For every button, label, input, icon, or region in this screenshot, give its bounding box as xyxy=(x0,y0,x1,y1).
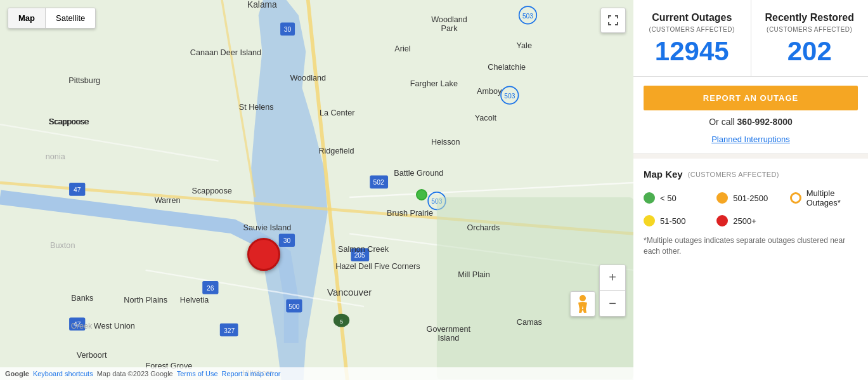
svg-text:Battle Ground: Battle Ground xyxy=(394,169,443,178)
map-toggle[interactable]: Map Satellite xyxy=(8,8,96,29)
svg-text:26: 26 xyxy=(207,285,214,292)
map-key-header: Map Key (CUSTOMERS AFFECTED) xyxy=(644,169,858,180)
report-map-error-link[interactable]: Report a map error xyxy=(222,370,281,377)
satellite-view-button[interactable]: Satellite xyxy=(46,8,95,28)
svg-text:Orchards: Orchards xyxy=(467,223,500,232)
svg-text:502: 502 xyxy=(373,179,384,186)
svg-text:Mill Plain: Mill Plain xyxy=(458,270,490,279)
key-ring-multiple xyxy=(790,192,801,204)
zoom-in-button[interactable]: + xyxy=(600,265,625,291)
svg-text:St Helens: St Helens xyxy=(239,103,274,112)
map-key-subtitle: (CUSTOMERS AFFECTED) xyxy=(688,171,779,178)
svg-text:nonia: nonia xyxy=(46,152,66,161)
svg-text:Amboy: Amboy xyxy=(477,87,502,96)
svg-text:503: 503 xyxy=(504,93,515,100)
report-section: REPORT AN OUTAGE Or call 360-992-8000 Pl… xyxy=(633,77,868,154)
keyboard-shortcuts-link[interactable]: Keyboard shortcuts xyxy=(33,370,93,377)
svg-text:Government: Government xyxy=(427,325,471,334)
svg-text:Yale: Yale xyxy=(517,41,532,50)
svg-text:Hazel Dell Five Corners: Hazel Dell Five Corners xyxy=(335,262,420,271)
google-logo: Google xyxy=(5,370,29,377)
svg-text:West Union: West Union xyxy=(94,322,135,331)
svg-text:Chelatchie: Chelatchie xyxy=(488,63,526,72)
svg-text:Island: Island xyxy=(437,334,459,343)
current-outages-title: Current Outages xyxy=(646,11,738,23)
report-outage-button[interactable]: REPORT AN OUTAGE xyxy=(644,86,858,110)
map-view-button[interactable]: Map xyxy=(8,8,45,28)
svg-point-77 xyxy=(580,295,586,301)
svg-text:47: 47 xyxy=(74,187,81,193)
planned-interruptions-link[interactable]: Planned Interruptions xyxy=(644,134,858,144)
svg-text:Warren: Warren xyxy=(155,196,181,205)
key-item-51-500: 51-500 xyxy=(644,215,711,226)
right-panel: Current Outages (CUSTOMERS AFFECTED) 129… xyxy=(633,0,868,380)
svg-text:30: 30 xyxy=(283,237,291,244)
svg-text:503: 503 xyxy=(522,13,533,20)
key-label-51-500: 51-500 xyxy=(660,216,685,226)
svg-text:500: 500 xyxy=(288,303,299,310)
svg-text:Salmon Creek: Salmon Creek xyxy=(338,245,389,254)
current-outages-subtitle: (CUSTOMERS AFFECTED) xyxy=(646,26,738,33)
terms-of-use-link[interactable]: Terms of Use xyxy=(177,370,218,377)
key-item-multiple: MultipleOutages* xyxy=(790,188,858,207)
key-item-501-2500: 501-2500 xyxy=(716,188,784,207)
svg-text:30: 30 xyxy=(284,26,292,33)
recently-restored-subtitle: (CUSTOMERS AFFECTED) xyxy=(764,26,856,33)
svg-text:Park: Park xyxy=(441,24,458,33)
svg-text:Fargher Lake: Fargher Lake xyxy=(410,79,458,88)
map-key-section: Map Key (CUSTOMERS AFFECTED) < 50 501-25… xyxy=(633,159,868,380)
svg-text:North Plains: North Plains xyxy=(124,296,167,305)
call-text: Or call 360-992-8000 xyxy=(644,117,858,127)
svg-text:Ariel: Ariel xyxy=(394,44,410,53)
svg-text:Buxton: Buxton xyxy=(50,241,75,250)
map-footer: Google Keyboard shortcuts Map data ©2023… xyxy=(0,367,633,380)
svg-text:Ridgefield: Ridgefield xyxy=(318,147,354,155)
svg-text:La Center: La Center xyxy=(320,108,354,117)
outage-marker-red[interactable] xyxy=(247,238,280,271)
map-section: 503 503 503 30 30 500 502 205 26 47 47 3… xyxy=(0,0,633,380)
key-dot-green xyxy=(644,192,655,204)
map-key-title: Map Key xyxy=(644,169,683,180)
svg-text:Verboort: Verboort xyxy=(77,351,107,360)
svg-text:Heisson: Heisson xyxy=(431,138,460,147)
stats-row: Current Outages (CUSTOMERS AFFECTED) 129… xyxy=(633,0,868,77)
svg-text:Sauvie Island: Sauvie Island xyxy=(243,223,292,232)
recently-restored-value: 202 xyxy=(764,38,856,65)
key-dot-orange xyxy=(716,192,728,204)
key-label-lt50: < 50 xyxy=(660,193,677,203)
key-dot-red xyxy=(716,215,728,226)
svg-text:327: 327 xyxy=(224,327,235,334)
svg-text:Camas: Camas xyxy=(517,318,542,327)
svg-text:Brush Prairie: Brush Prairie xyxy=(387,209,433,218)
svg-text:Vancouver: Vancouver xyxy=(327,287,372,298)
svg-text:Creek: Creek xyxy=(71,322,93,331)
map-key-grid: < 50 501-2500 MultipleOutages* 51-500 25… xyxy=(644,188,858,226)
key-item-lt50: < 50 xyxy=(644,188,711,207)
key-label-2500plus: 2500+ xyxy=(733,216,756,226)
svg-text:Banks: Banks xyxy=(71,294,93,303)
zoom-out-button[interactable]: − xyxy=(600,291,625,316)
current-outages-value: 12945 xyxy=(646,38,738,65)
outage-marker-green[interactable] xyxy=(416,189,427,200)
svg-text:Yacolt: Yacolt xyxy=(475,114,497,122)
svg-text:Woodland: Woodland xyxy=(290,74,326,82)
svg-text:Pittsburg: Pittsburg xyxy=(68,76,100,85)
key-label-multiple: MultipleOutages* xyxy=(806,188,841,207)
svg-text:Kalama: Kalama xyxy=(247,0,277,10)
svg-text:Helvetia: Helvetia xyxy=(180,296,210,305)
svg-text:Scappoose: Scappoose xyxy=(192,187,232,195)
pegman-button[interactable] xyxy=(570,291,595,317)
fullscreen-button[interactable] xyxy=(600,8,626,33)
map-key-note: *Multiple outages indicates separate out… xyxy=(644,235,858,257)
map-data-text: Map data ©2023 Google xyxy=(97,370,173,377)
zoom-controls: + − xyxy=(599,265,626,317)
key-label-501-2500: 501-2500 xyxy=(733,193,768,203)
recently-restored-box: Recently Restored (CUSTOMERS AFFECTED) 2… xyxy=(751,0,869,76)
svg-text:Scappoose: Scappoose xyxy=(49,117,89,126)
key-item-2500plus: 2500+ xyxy=(716,215,784,226)
key-dot-yellow xyxy=(644,215,655,226)
svg-text:Woodland: Woodland xyxy=(431,15,467,24)
svg-text:5: 5 xyxy=(340,318,343,325)
recently-restored-title: Recently Restored xyxy=(764,11,856,23)
svg-text:Canaan Deer Island: Canaan Deer Island xyxy=(190,48,261,57)
